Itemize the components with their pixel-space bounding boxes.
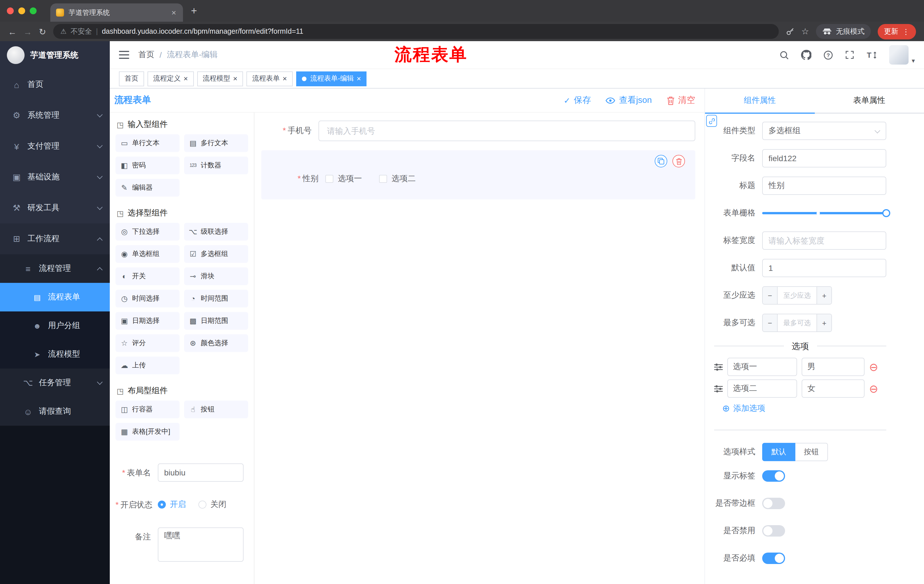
- gender-field-selected[interactable]: *性别 选项一 选项二: [261, 150, 695, 199]
- palette-item-radio-group[interactable]: ◉单选框组: [116, 245, 180, 263]
- fullscreen-icon[interactable]: [845, 50, 855, 59]
- tag-home[interactable]: 首页: [119, 71, 144, 86]
- palette-item-multi-line-text[interactable]: ▤多行文本: [184, 134, 248, 152]
- browser-tab[interactable]: 芋道管理系统 ×: [50, 3, 183, 22]
- user-menu[interactable]: ▾: [889, 45, 915, 64]
- sidebar-item-process-form[interactable]: ▤ 流程表单: [0, 283, 110, 311]
- border-switch[interactable]: [762, 498, 785, 509]
- sidebar-item-leave-query[interactable]: ☺ 请假查询: [0, 397, 110, 426]
- increase-button[interactable]: +: [817, 314, 832, 331]
- tag-process-form[interactable]: 流程表单 ×: [246, 71, 292, 86]
- github-icon[interactable]: [801, 50, 812, 60]
- palette-item-editor[interactable]: ✎编辑器: [116, 179, 180, 197]
- reload-button[interactable]: ↻: [39, 27, 46, 36]
- tag-process-definition[interactable]: 流程定义 ×: [147, 71, 193, 86]
- label-width-input[interactable]: [762, 232, 886, 250]
- sidebar-item-task-management[interactable]: ⌥ 任务管理: [0, 368, 110, 397]
- remark-textarea[interactable]: 嘿嘿: [158, 527, 244, 562]
- max-select-input[interactable]: [778, 314, 817, 331]
- search-icon[interactable]: [780, 50, 789, 60]
- palette-item-upload[interactable]: ☁上传: [116, 357, 180, 374]
- grid-slider[interactable]: [762, 204, 886, 222]
- sidebar-item-payment-management[interactable]: ¥ 支付管理: [0, 131, 110, 162]
- view-json-button[interactable]: 查看json: [606, 95, 652, 106]
- palette-item-date-range[interactable]: ▩日期范围: [184, 312, 248, 330]
- palette-item-password[interactable]: ◧密码: [116, 156, 180, 174]
- sidebar-item-system-management[interactable]: ⚙ 系统管理: [0, 100, 110, 131]
- browser-menu-icon[interactable]: ⋮: [902, 27, 910, 36]
- min-select-input[interactable]: [778, 287, 817, 304]
- sidebar-item-process-model[interactable]: ➤ 流程模型: [0, 340, 110, 368]
- tab-form-props[interactable]: 表单属性: [815, 89, 924, 113]
- option-name-input[interactable]: [727, 358, 797, 376]
- sidebar-item-workflow[interactable]: ⊞ 工作流程: [0, 224, 110, 254]
- tag-process-form-edit[interactable]: 流程表单-编辑 ×: [296, 71, 367, 86]
- tag-close-icon[interactable]: ×: [282, 75, 287, 82]
- tab-component-props[interactable]: 组件属性: [705, 89, 815, 113]
- password-key-icon[interactable]: [785, 27, 794, 36]
- breadcrumb-home[interactable]: 首页: [139, 50, 154, 60]
- help-icon[interactable]: ?: [823, 50, 833, 60]
- sidebar-item-dev-tools[interactable]: ⚒ 研发工具: [0, 192, 110, 224]
- font-size-icon[interactable]: T: [866, 50, 878, 60]
- palette-item-time-range[interactable]: ◔时间范围: [184, 290, 248, 308]
- palette-item-single-line-text[interactable]: ▭单行文本: [116, 134, 180, 152]
- minimize-window-button[interactable]: [18, 7, 25, 14]
- delete-field-button[interactable]: [672, 155, 685, 168]
- address-bar[interactable]: ⚠ 不安全 | dashboard.yudao.iocoder.cn/bpm/m…: [53, 24, 779, 39]
- remove-option-icon[interactable]: ⊖: [869, 362, 878, 372]
- tag-close-icon[interactable]: ×: [357, 75, 361, 82]
- title-input[interactable]: [762, 176, 886, 195]
- default-value-input[interactable]: [762, 259, 886, 277]
- palette-item-slider[interactable]: ⊸滑块: [184, 267, 248, 285]
- forward-button[interactable]: →: [23, 27, 32, 36]
- palette-item-date-picker[interactable]: ▣日期选择: [116, 312, 180, 330]
- option-value-input[interactable]: [802, 380, 865, 398]
- hamburger-icon[interactable]: [119, 50, 129, 59]
- option-name-input[interactable]: [727, 380, 797, 398]
- palette-item-row-container[interactable]: ◫行容器: [116, 401, 180, 418]
- drag-handle-icon[interactable]: [714, 363, 723, 370]
- tag-close-icon[interactable]: ×: [233, 75, 237, 82]
- app-logo[interactable]: 芋道管理系统: [0, 41, 110, 69]
- style-button-button[interactable]: 按钮: [795, 443, 828, 461]
- palette-item-checkbox-group[interactable]: ☑多选框组: [184, 245, 248, 263]
- palette-item-counter[interactable]: 123计数器: [184, 156, 248, 174]
- save-button[interactable]: ✓ 保存: [563, 95, 591, 106]
- close-window-button[interactable]: [7, 7, 14, 14]
- sidebar-item-process-management[interactable]: ≡ 流程管理: [0, 254, 110, 283]
- increase-button[interactable]: +: [817, 287, 832, 304]
- back-button[interactable]: ←: [8, 27, 16, 36]
- remove-option-icon[interactable]: ⊖: [869, 383, 878, 394]
- tag-close-icon[interactable]: ×: [183, 75, 188, 82]
- palette-item-color-picker[interactable]: ⊛颜色选择: [184, 334, 248, 352]
- slider-handle[interactable]: [882, 209, 890, 217]
- phone-field[interactable]: *手机号: [261, 120, 695, 141]
- palette-item-select[interactable]: ◎下拉选择: [116, 223, 180, 240]
- palette-item-button[interactable]: ☝按钮: [184, 401, 248, 418]
- field-link-icon[interactable]: [706, 115, 717, 127]
- browser-update-button[interactable]: 更新 ⋮: [878, 24, 916, 39]
- field-name-input[interactable]: [762, 149, 886, 168]
- status-off-radio[interactable]: 关闭: [198, 499, 226, 510]
- tab-close-icon[interactable]: ×: [170, 8, 177, 17]
- status-on-radio[interactable]: 开启: [158, 499, 186, 510]
- zoom-window-button[interactable]: [30, 7, 36, 14]
- decrease-button[interactable]: −: [763, 287, 778, 304]
- new-tab-button[interactable]: +: [191, 6, 197, 16]
- decrease-button[interactable]: −: [763, 314, 778, 331]
- phone-input[interactable]: [318, 120, 695, 141]
- palette-item-time-picker[interactable]: ◷时间选择: [116, 290, 180, 308]
- tag-process-model[interactable]: 流程模型 ×: [197, 71, 243, 86]
- sidebar-item-home[interactable]: ⌂ 首页: [0, 69, 110, 100]
- slider-track[interactable]: [762, 212, 886, 214]
- show-label-switch[interactable]: [762, 470, 785, 482]
- clear-button[interactable]: 清空: [667, 95, 695, 106]
- copy-field-button[interactable]: [655, 155, 667, 168]
- drag-handle-icon[interactable]: [714, 385, 723, 392]
- disabled-switch[interactable]: [762, 525, 785, 536]
- palette-item-cascader[interactable]: ⌥级联选择: [184, 223, 248, 240]
- sidebar-item-user-group[interactable]: ☻ 用户分组: [0, 311, 110, 340]
- bookmark-star-icon[interactable]: ☆: [801, 26, 809, 36]
- form-name-input[interactable]: [158, 464, 244, 482]
